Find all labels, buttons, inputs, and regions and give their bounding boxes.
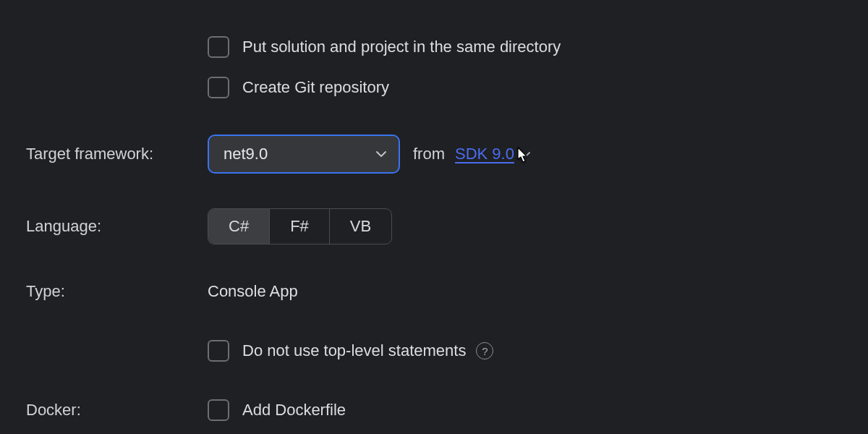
add-dockerfile-checkbox[interactable] (208, 399, 229, 421)
from-label: from (413, 145, 445, 163)
language-option-fsharp[interactable]: F# (270, 209, 330, 244)
chevron-down-icon (375, 148, 387, 160)
language-label: Language: (0, 217, 208, 236)
language-option-vb[interactable]: VB (330, 209, 391, 244)
create-git-label: Create Git repository (242, 78, 389, 97)
language-segmented: C# F# VB (208, 208, 392, 244)
docker-label: Docker: (0, 401, 208, 420)
sdk-link[interactable]: SDK 9.0 (455, 145, 532, 163)
language-option-csharp[interactable]: C# (208, 209, 270, 244)
target-framework-value: net9.0 (224, 145, 268, 163)
sdk-link-text: SDK 9.0 (455, 145, 514, 163)
add-dockerfile-label: Add Dockerfile (242, 401, 346, 420)
type-label: Type: (0, 282, 208, 301)
same-directory-label: Put solution and project in the same dir… (242, 38, 561, 56)
target-framework-label: Target framework: (0, 145, 208, 163)
type-value: Console App (208, 282, 298, 301)
chevron-down-icon (520, 148, 532, 160)
no-toplevel-label: Do not use top-level statements (242, 341, 466, 360)
same-directory-checkbox[interactable] (208, 36, 229, 58)
create-git-checkbox[interactable] (208, 77, 229, 98)
no-toplevel-checkbox[interactable] (208, 340, 229, 362)
help-icon[interactable]: ? (476, 342, 493, 359)
target-framework-select[interactable]: net9.0 (208, 135, 400, 174)
